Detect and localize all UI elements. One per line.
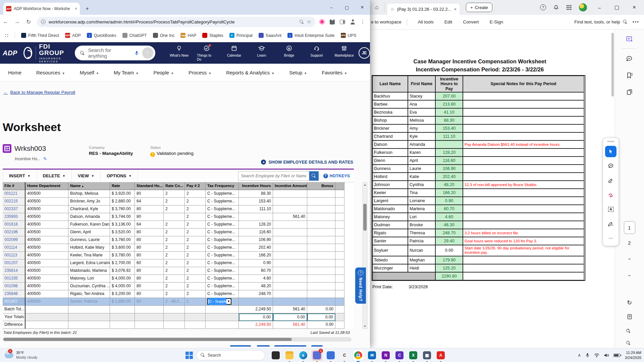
cell-standard-hours[interactable]: 60 — [135, 259, 164, 267]
nav-item-people[interactable]: People▼ — [153, 70, 174, 75]
cell-rate[interactable]: $ 3,920.00 — [110, 190, 135, 198]
cell-rate-code[interactable]: 2 — [164, 252, 185, 259]
forward-icon[interactable]: → — [11, 18, 23, 25]
cell-rate-code[interactable]: 2 — [164, 275, 185, 283]
cell-incentive-hours[interactable]: 128.20 — [239, 221, 273, 229]
cell-standard-hours[interactable]: 60 — [135, 298, 164, 306]
app-grid-icon[interactable] — [566, 5, 572, 10]
cell-bonus[interactable] — [307, 213, 335, 221]
cell-file-number[interactable]: 235993 — [3, 213, 25, 221]
cell-incentive-hours[interactable]: 248.70 — [239, 290, 273, 298]
cell-tax-frequency[interactable]: C - Suppleme... — [206, 252, 239, 259]
cell-tax-frequency[interactable]: C - Suppleme... — [206, 213, 239, 221]
close-tab-icon[interactable]: × — [75, 6, 77, 11]
cell-pay-2[interactable]: 2 — [185, 259, 206, 267]
employee-search-button[interactable] — [309, 171, 319, 181]
chevron-up-icon[interactable]: ⌃ — [627, 257, 632, 263]
cell-rate[interactable]: $ 3,600.00 — [110, 244, 135, 252]
volume-icon[interactable] — [604, 353, 609, 357]
cell-incentive-hours[interactable] — [239, 298, 273, 306]
header-item-support[interactable]: Support — [307, 45, 326, 57]
cell-home-department[interactable]: 400500 — [25, 213, 68, 221]
taskbar-app-copilot[interactable]: C — [339, 350, 350, 361]
cell-rate-code[interactable]: 2 — [164, 259, 185, 267]
cell-incentive-amount[interactable] — [273, 190, 307, 198]
options-menu[interactable]: OPTIONS▼ — [101, 170, 138, 182]
cell-bonus[interactable] — [307, 190, 335, 198]
cell-incentive-amount[interactable] — [273, 290, 307, 298]
cell-name[interactable]: Fulkerson, Karen Danz — [68, 221, 110, 229]
cell-name[interactable]: Ouzounian, Cynthia ... — [68, 283, 110, 290]
employee-search-input[interactable] — [238, 171, 309, 181]
cell-home-department[interactable]: 400500 — [25, 221, 68, 229]
grid-horizontal-scrollbar[interactable] — [3, 337, 352, 342]
column-header[interactable]: Name ▲ — [68, 182, 110, 190]
cell-rate[interactable]: $ 3,760.00 — [110, 205, 135, 213]
new-tab-button[interactable]: + — [83, 4, 92, 13]
extensions-puzzle-icon[interactable] — [330, 19, 335, 24]
cell-file-number[interactable]: 002099 — [3, 236, 25, 244]
bookmark-item[interactable]: SaasAnt — [259, 33, 281, 38]
bookmark-item[interactable]: |Intuit Enterprise Suite — [287, 33, 335, 38]
cell-home-department[interactable]: 400500 — [25, 244, 68, 252]
cell-incentive-hours[interactable]: 60.70 — [239, 267, 273, 275]
select-tool-icon[interactable] — [605, 146, 616, 157]
cell-incentive-hours[interactable]: 166.20 — [239, 252, 273, 259]
side-panel-icon[interactable] — [340, 20, 345, 24]
cell-incentive-hours[interactable]: 153.40 — [239, 198, 273, 205]
cell-tax-frequency[interactable]: C - Suppleme... — [206, 275, 239, 283]
totals-incentive-amount[interactable]: 0.00 — [273, 313, 307, 321]
nav-item-favorites[interactable]: Favorites▼ — [322, 70, 347, 75]
cell-rate[interactable]: $ 3,760.00 — [110, 236, 135, 244]
cell-name[interactable]: Largent, Edna Lorraine — [68, 259, 110, 267]
cell-home-department[interactable]: 400500 — [25, 259, 68, 267]
cell-incentive-amount[interactable] — [273, 259, 307, 267]
cell-file-number[interactable]: 235846 — [3, 290, 25, 298]
view-menu[interactable]: VIEW▼ — [72, 170, 101, 182]
column-header[interactable] — [335, 182, 344, 190]
totals-incentive-hours[interactable]: 0.00 — [239, 313, 273, 321]
ai-assistant-icon[interactable] — [625, 34, 635, 44]
esign-menu[interactable]: E-Sign — [490, 19, 503, 24]
taskbar-app-excel[interactable]: X — [408, 350, 419, 361]
nav-item-my-team[interactable]: My Team▼ — [114, 70, 139, 75]
nav-item-myself[interactable]: Myself▼ — [80, 70, 99, 75]
cell-name[interactable]: Datson, Amanda — [68, 213, 110, 221]
cell-tax-frequency[interactable]: C - Suppleme... — [206, 198, 239, 205]
find-tools-search[interactable]: Find text, tools, or help ••• — [574, 19, 639, 24]
cell-incentive-amount[interactable] — [273, 267, 307, 275]
bookmark-item[interactable]: UPSUPS — [341, 33, 357, 38]
microphone-icon[interactable] — [135, 51, 139, 56]
cell-pay-2[interactable]: 2 — [185, 198, 206, 205]
cell-rate[interactable]: $ 3,520.00 — [110, 229, 135, 236]
cell-name[interactable]: Rigato, Teri Andrea — [68, 290, 110, 298]
grid-row[interactable]: 001096400500Ouzounian, Cynthia ...$ 4,00… — [3, 283, 354, 290]
cell-name[interactable]: Keeler, Tina Marie — [68, 252, 110, 259]
nav-item-resources[interactable]: Resources▼ — [36, 70, 65, 75]
cell-incentive-amount[interactable] — [273, 198, 307, 205]
cell-file-number[interactable]: 002337 — [3, 205, 25, 213]
cell-rate-code[interactable]: 2 — [164, 221, 185, 229]
cell-pay-2[interactable]: 2 — [185, 205, 206, 213]
cell-file-number[interactable]: 001335 — [3, 275, 25, 283]
more-options-icon[interactable]: ••• — [633, 19, 639, 24]
taskbar-app-notepad[interactable] — [270, 350, 281, 361]
taskbar-app-clock-app[interactable] — [325, 350, 336, 361]
cell-file-number[interactable]: 001207 — [3, 259, 25, 267]
taskbar-app-outlook[interactable]: ✉ — [367, 350, 377, 361]
taskbar-app-mail-alert[interactable]: 1 — [312, 350, 322, 361]
back-icon[interactable]: ← — [0, 18, 11, 25]
cell-file-number[interactable]: 002196 — [3, 229, 25, 236]
cell-standard-hours[interactable]: 80 — [135, 205, 164, 213]
cell-rate[interactable]: $ 3,076.92 — [110, 267, 135, 275]
scrollbar-thumb[interactable] — [363, 204, 367, 231]
bookmark-item[interactable]: Staples — [202, 33, 223, 38]
header-item-learn[interactable]: Learn — [252, 45, 271, 57]
cell-home-department[interactable]: 400500 — [25, 190, 68, 198]
cell-pay-2[interactable]: 2 — [185, 298, 206, 306]
nav-item-setup[interactable]: Setup▼ — [289, 70, 307, 75]
cell-bonus[interactable] — [307, 236, 335, 244]
cell-file-number[interactable]: 001121 — [3, 190, 25, 198]
cell-tax-frequency[interactable]: C - Suppleme... — [206, 259, 239, 267]
cell-bonus[interactable] — [307, 244, 335, 252]
